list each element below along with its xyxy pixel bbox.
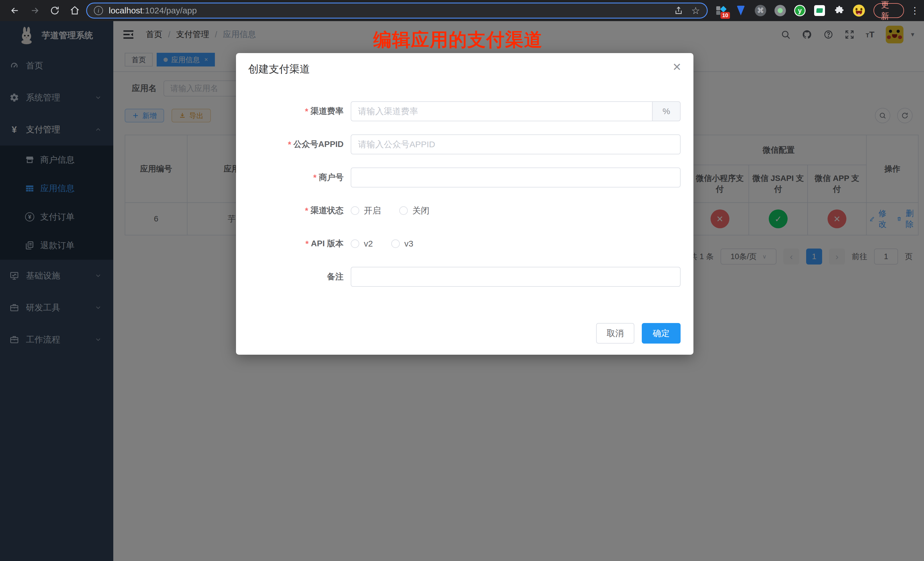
address-bar[interactable]: i localhost:1024/pay/app ☆ bbox=[86, 3, 708, 18]
merchant-no-input[interactable] bbox=[351, 168, 681, 188]
radio-api-v2[interactable]: v2 bbox=[351, 239, 373, 249]
remark-input[interactable] bbox=[351, 267, 681, 287]
radio-status-close[interactable]: 关闭 bbox=[399, 205, 429, 217]
channel-status-radio-group: 开启 关闭 bbox=[351, 201, 429, 220]
extension-badge-icon[interactable]: 10 bbox=[715, 4, 727, 16]
y-extension-icon[interactable]: y bbox=[794, 4, 806, 16]
radio-circle-icon bbox=[399, 206, 408, 215]
api-version-radio-group: v2 v3 bbox=[351, 234, 413, 254]
extension-icons: 10 ⌘ y bbox=[715, 4, 865, 16]
rate-input[interactable] bbox=[351, 101, 652, 121]
channel-status-label: 渠道状态 bbox=[310, 205, 344, 216]
appid-input[interactable] bbox=[351, 134, 681, 154]
browser-toolbar: i localhost:1024/pay/app ☆ 10 ⌘ y 更新 ⋮ bbox=[0, 0, 924, 21]
reload-icon[interactable] bbox=[50, 5, 60, 16]
create-pay-channel-dialog: 创建支付渠道 ✕ *渠道费率 % *公众号APPID *商户号 *渠道状态 bbox=[236, 53, 693, 355]
kite-extension-icon[interactable] bbox=[735, 4, 747, 16]
radio-circle-icon bbox=[351, 206, 359, 215]
annotation-text: 编辑应用的支付渠道 bbox=[373, 27, 543, 52]
forward-icon[interactable] bbox=[30, 5, 40, 16]
dialog-close-icon[interactable]: ✕ bbox=[672, 62, 681, 72]
emoji-extension-icon[interactable] bbox=[853, 4, 865, 16]
url-text[interactable]: localhost:1024/pay/app bbox=[109, 6, 674, 15]
dot-extension-icon[interactable] bbox=[774, 4, 786, 16]
radio-circle-icon bbox=[351, 239, 359, 248]
extension-badge-count: 10 bbox=[720, 12, 730, 19]
command-extension-icon[interactable]: ⌘ bbox=[754, 4, 766, 16]
browser-update-button[interactable]: 更新 bbox=[873, 3, 904, 18]
home-icon[interactable] bbox=[70, 5, 80, 16]
rate-label: 渠道费率 bbox=[310, 106, 344, 117]
remark-label: 备注 bbox=[327, 271, 344, 282]
site-info-icon[interactable]: i bbox=[94, 6, 103, 15]
percent-suffix: % bbox=[652, 101, 681, 121]
radio-status-open[interactable]: 开启 bbox=[351, 205, 381, 217]
dialog-title: 创建支付渠道 bbox=[248, 62, 310, 76]
chat-extension-icon[interactable] bbox=[814, 4, 825, 16]
merchant-no-label: 商户号 bbox=[319, 172, 344, 183]
puzzle-extension-icon[interactable] bbox=[833, 4, 845, 16]
radio-api-v3[interactable]: v3 bbox=[391, 239, 414, 249]
bookmark-star-icon[interactable]: ☆ bbox=[691, 6, 700, 15]
api-version-label: API 版本 bbox=[311, 238, 344, 249]
browser-menu-icon[interactable]: ⋮ bbox=[910, 5, 920, 16]
share-icon[interactable] bbox=[674, 6, 683, 15]
radio-circle-icon bbox=[391, 239, 400, 248]
cancel-button[interactable]: 取消 bbox=[596, 323, 634, 344]
back-icon[interactable] bbox=[10, 5, 20, 16]
appid-label: 公众号APPID bbox=[293, 139, 344, 150]
confirm-button[interactable]: 确定 bbox=[642, 323, 681, 344]
